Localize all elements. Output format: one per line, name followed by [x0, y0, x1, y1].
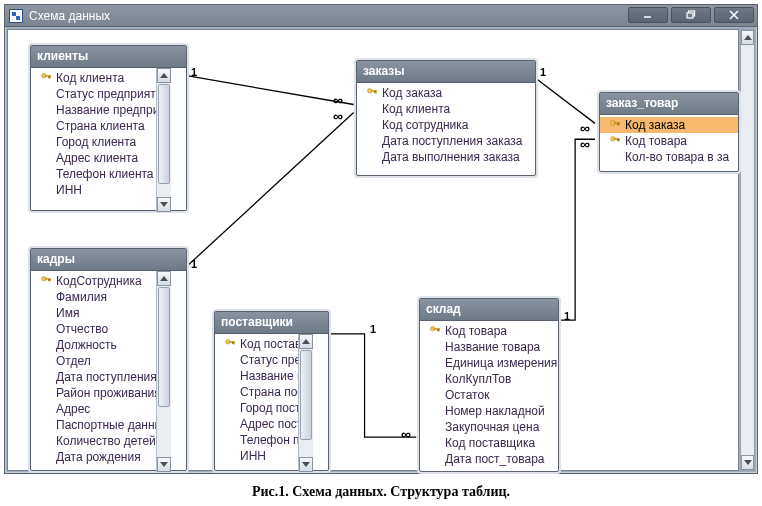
field-row[interactable]: КолКуплТов	[420, 371, 558, 387]
table-stock[interactable]: склад Код товараНазвание товараЕдиница и…	[419, 298, 559, 472]
scroll-down-button[interactable]	[299, 457, 313, 472]
table-title[interactable]: поставщики	[215, 312, 328, 334]
scroll-down-button[interactable]	[157, 197, 171, 212]
field-row[interactable]: Код товара	[600, 133, 738, 149]
scrollbar-thumb[interactable]	[300, 350, 312, 440]
field-row[interactable]: Закупочная цена	[420, 419, 558, 435]
field-row[interactable]: Район проживания	[31, 385, 171, 401]
rel-cardinality-one: 1	[540, 66, 546, 78]
table-staff[interactable]: кадры КодСотрудникаФамилияИмяОтчествоДол…	[30, 248, 187, 471]
scroll-up-button[interactable]	[299, 334, 313, 349]
field-row[interactable]: Адрес клиента	[31, 150, 171, 166]
field-label: Имя	[56, 306, 79, 320]
scroll-up-button[interactable]	[157, 271, 171, 286]
field-row[interactable]: Фамилия	[31, 289, 171, 305]
field-row[interactable]: Код сотрудника	[357, 117, 535, 133]
field-row[interactable]: Дата выполнения заказа	[357, 149, 535, 165]
table-title[interactable]: клиенты	[31, 46, 186, 68]
field-icon-slot	[39, 386, 53, 400]
field-row[interactable]: Кол-во товара в за	[600, 149, 738, 165]
table-title[interactable]: заказ_товар	[600, 93, 738, 115]
field-row[interactable]: Остаток	[420, 387, 558, 403]
restore-button[interactable]	[671, 7, 711, 23]
scrollbar-thumb[interactable]	[158, 287, 170, 407]
table-title[interactable]: склад	[420, 299, 558, 321]
arrow-up-icon	[744, 35, 752, 40]
field-icon-slot	[39, 151, 53, 165]
field-row[interactable]: Дата рождения	[31, 449, 171, 465]
table-title[interactable]: кадры	[31, 249, 186, 271]
field-label: КодСотрудника	[56, 274, 142, 288]
field-row[interactable]: Код товара	[420, 323, 558, 339]
field-row[interactable]: Имя	[31, 305, 171, 321]
svg-rect-16	[619, 123, 620, 125]
field-icon-slot	[223, 449, 237, 463]
field-row[interactable]: Статус предприяти	[31, 86, 171, 102]
relationships-canvas[interactable]: 1 ∞∞ 1 1 ∞∞ 1 1 ∞ клиенты Код клиентаСта…	[7, 29, 739, 471]
svg-rect-8	[50, 76, 51, 78]
field-row[interactable]: Код клиента	[357, 101, 535, 117]
field-row[interactable]: Отдел	[31, 353, 171, 369]
scroll-up-button[interactable]	[741, 30, 754, 45]
field-row[interactable]: Дата поступления заказа	[357, 133, 535, 149]
arrow-down-icon	[160, 462, 168, 467]
field-icon-slot	[39, 402, 53, 416]
field-row[interactable]: Дата поступления	[31, 369, 171, 385]
table-fields: КодСотрудникаФамилияИмяОтчествоДолжность…	[31, 271, 171, 472]
field-row[interactable]: Код заказа	[600, 117, 738, 133]
table-scrollbar[interactable]	[156, 271, 171, 472]
field-row[interactable]: КодСотрудника	[31, 273, 171, 289]
field-row[interactable]: Количество детей	[31, 433, 171, 449]
rel-cardinality-many: ∞	[401, 426, 408, 442]
table-title[interactable]: заказы	[357, 61, 535, 83]
table-clients[interactable]: клиенты Код клиентаСтатус предприятиНазв…	[30, 45, 187, 211]
field-row[interactable]: Номер накладной	[420, 403, 558, 419]
scroll-down-button[interactable]	[157, 457, 171, 472]
field-label: Должность	[56, 338, 117, 352]
field-row[interactable]: Телефон клиента	[31, 166, 171, 182]
figure-caption: Рис.1. Схема данных. Структура таблиц.	[0, 484, 762, 500]
field-row[interactable]: Единица измерения	[420, 355, 558, 371]
field-row[interactable]: Отчество	[31, 321, 171, 337]
scroll-up-button[interactable]	[157, 68, 171, 83]
field-icon-slot	[39, 450, 53, 464]
field-row[interactable]: Страна клиента	[31, 118, 171, 134]
field-row[interactable]: Город клиента	[31, 134, 171, 150]
field-icon-slot	[428, 372, 442, 386]
table-suppliers[interactable]: поставщики Код поставщСтатус предпНазван…	[214, 311, 329, 471]
table-scrollbar[interactable]	[298, 334, 313, 472]
field-row[interactable]: Код заказа	[357, 85, 535, 101]
field-row[interactable]: ИНН	[31, 182, 171, 198]
field-row[interactable]: Должность	[31, 337, 171, 353]
field-icon-slot	[39, 418, 53, 432]
field-row[interactable]: Название предпри	[31, 102, 171, 118]
window-titlebar[interactable]: Схема данных	[5, 5, 757, 27]
field-row[interactable]: Адрес	[31, 401, 171, 417]
field-label: Страна клиента	[56, 119, 145, 133]
table-order-goods[interactable]: заказ_товар Код заказаКод товараКол-во т…	[599, 92, 739, 172]
table-fields: Код заказаКод товараКол-во товара в за	[600, 115, 738, 167]
close-button[interactable]	[714, 7, 754, 23]
field-row[interactable]: Название товара	[420, 339, 558, 355]
canvas-scrollbar[interactable]	[740, 29, 755, 471]
field-icon-slot	[39, 167, 53, 181]
field-row[interactable]: Паспортные данные	[31, 417, 171, 433]
field-row[interactable]: Код поставщика	[420, 435, 558, 451]
svg-rect-11	[374, 91, 375, 93]
table-orders[interactable]: заказы Код заказаКод клиентаКод сотрудни…	[356, 60, 536, 176]
field-row[interactable]: Код клиента	[31, 70, 171, 86]
primary-key-icon	[428, 324, 442, 338]
svg-rect-20	[619, 139, 620, 141]
minimize-button[interactable]	[628, 7, 668, 23]
field-label: Дата пост_товара	[445, 452, 545, 466]
primary-key-icon	[608, 134, 622, 148]
table-scrollbar[interactable]	[156, 68, 171, 212]
field-row[interactable]: Дата пост_товара	[420, 451, 558, 467]
window: Схема данных	[4, 4, 758, 474]
svg-rect-19	[617, 139, 618, 141]
field-label: Номер накладной	[445, 404, 545, 418]
field-label: Дата поступления	[56, 370, 157, 384]
scrollbar-thumb[interactable]	[158, 84, 170, 184]
field-icon-slot	[428, 436, 442, 450]
scroll-down-button[interactable]	[741, 455, 754, 470]
